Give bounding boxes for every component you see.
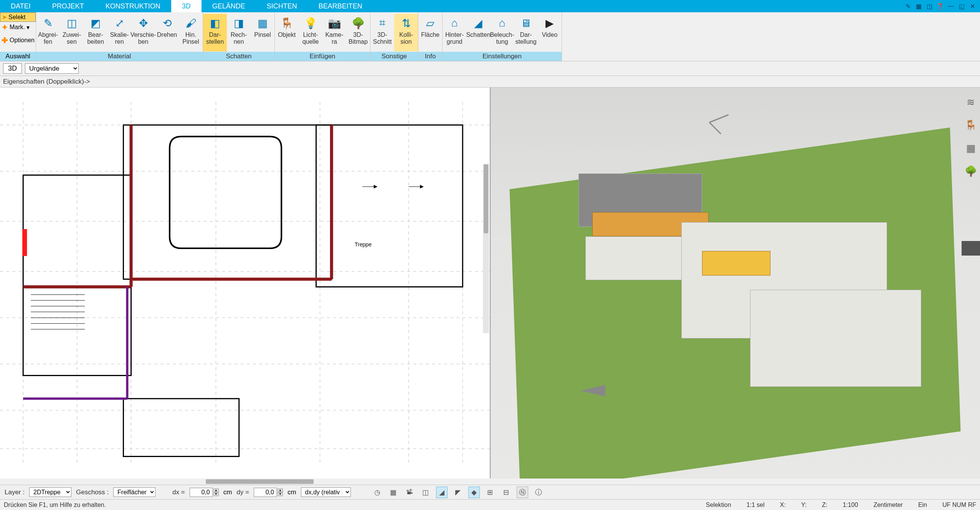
plan-drawing: Treppe bbox=[0, 87, 490, 479]
n-toggle[interactable]: Ⓝ bbox=[517, 487, 528, 498]
viewport-3d[interactable]: ≋ 🪑 ▦ 🌳 bbox=[491, 87, 980, 479]
bearbeiten-button[interactable]: ◩Bear- beiten bbox=[84, 14, 107, 51]
dx-unit: cm bbox=[223, 489, 232, 496]
tree-icon: 🌳 bbox=[350, 15, 366, 31]
hintergrund-button[interactable]: ⌂Hinter- grund bbox=[443, 14, 466, 51]
snap1-icon[interactable]: ◢ bbox=[436, 487, 448, 498]
furniture-icon[interactable]: 🪑 bbox=[964, 118, 978, 132]
video-button[interactable]: ▶Video bbox=[538, 14, 562, 51]
rotate-icon: ⟲ bbox=[159, 15, 175, 31]
horizontal-scrollbar[interactable] bbox=[0, 479, 490, 485]
options-button[interactable]: ✚ Optionen bbox=[0, 35, 36, 46]
grid2-icon[interactable]: ⊞ bbox=[484, 487, 496, 498]
menu-tab-gelaende[interactable]: GELÄNDE bbox=[202, 0, 256, 12]
kamera-button[interactable]: 📷Kame- ra bbox=[322, 14, 346, 51]
group-label-auswahl: Auswahl bbox=[0, 52, 36, 61]
camera2-icon[interactable]: 📽 bbox=[404, 487, 415, 498]
tree-tool-icon[interactable]: 🌳 bbox=[964, 164, 978, 178]
3d-schnitt-button[interactable]: ⌗3D- Schnitt bbox=[370, 14, 394, 51]
ribbon-group-einfuegen: 🪑Objekt 💡Licht- quelle 📷Kame- ra 🌳3D- Bi… bbox=[275, 12, 370, 61]
geschoss-select[interactable]: Freiflächen bbox=[113, 487, 155, 497]
palette-icon[interactable]: ▦ bbox=[964, 141, 978, 155]
render-icon: ◧ bbox=[207, 15, 223, 31]
brush2-icon: ▦ bbox=[255, 15, 270, 31]
layer-select[interactable]: 2DTreppe bbox=[29, 487, 71, 497]
flaeche-button[interactable]: ▱Fläche bbox=[418, 14, 442, 51]
dx-input[interactable] bbox=[190, 488, 213, 497]
info-icon[interactable]: ⓘ bbox=[533, 487, 544, 498]
coord-mode-select[interactable]: dx,dy (relativ ka bbox=[301, 487, 351, 497]
group-label-material: Material bbox=[36, 52, 203, 61]
objekt-button[interactable]: 🪑Objekt bbox=[275, 14, 299, 51]
clock-icon[interactable]: ◷ bbox=[372, 487, 383, 498]
light-icon: 💡 bbox=[303, 15, 318, 31]
rechnen-button[interactable]: ◨Rech- nen bbox=[227, 14, 251, 51]
status-unit: Zentimeter bbox=[873, 502, 902, 508]
beleuchtung-button[interactable]: ⌂Beleuch- tung bbox=[490, 14, 514, 51]
menu-tab-sichten[interactable]: SICHTEN bbox=[256, 0, 308, 12]
svg-line-38 bbox=[709, 122, 721, 134]
status-selection: Selektion bbox=[706, 502, 731, 508]
window-close-icon[interactable]: ✕ bbox=[968, 2, 977, 11]
group-label-einfuegen: Einfügen bbox=[275, 52, 370, 61]
dy-up[interactable]: ▲ bbox=[278, 489, 283, 492]
properties-hint[interactable]: Eigenschaften (Doppelklick)-> bbox=[0, 76, 980, 87]
vertical-scrollbar[interactable] bbox=[483, 164, 489, 333]
pinsel-button[interactable]: ▦Pinsel bbox=[251, 14, 274, 51]
kollision-button[interactable]: ⇅Kolli- sion bbox=[394, 14, 418, 51]
snap3-icon[interactable]: ◆ bbox=[468, 487, 480, 498]
select-button[interactable]: ➤ Selekt bbox=[0, 12, 36, 22]
dy-down[interactable]: ▼ bbox=[278, 492, 283, 496]
status-ratio: 1:1 sel bbox=[747, 502, 765, 508]
menu-tab-konstruktion[interactable]: KONSTRUKTION bbox=[95, 0, 171, 12]
help-icon[interactable]: ❓ bbox=[935, 2, 945, 11]
lichtquelle-button[interactable]: 💡Licht- quelle bbox=[299, 14, 322, 51]
tool-icon-1[interactable]: ✎ bbox=[903, 2, 912, 11]
zuweisen-button[interactable]: ◫Zuwei- sen bbox=[60, 14, 84, 51]
menu-tab-datei[interactable]: DATEI bbox=[0, 0, 41, 12]
camera-icon: 📷 bbox=[327, 15, 342, 31]
3d-bitmap-button[interactable]: 🌳3D- Bitmap bbox=[346, 14, 370, 51]
dy-input[interactable] bbox=[254, 488, 277, 497]
verschieben-button[interactable]: ✥Verschie- ben bbox=[131, 14, 155, 51]
window-restore-icon[interactable]: ◱ bbox=[957, 2, 966, 11]
brush-icon: 🖌 bbox=[183, 15, 198, 31]
grid1-icon[interactable]: ▦ bbox=[388, 487, 399, 498]
svg-rect-17 bbox=[316, 125, 463, 287]
mark-button[interactable]: ✦ Mark. ▾ bbox=[0, 22, 36, 33]
schatten-settings-button[interactable]: ◢Schatten bbox=[466, 14, 490, 51]
svg-rect-18 bbox=[123, 399, 239, 457]
section-icon: ⌗ bbox=[375, 15, 390, 31]
window-minimize-icon[interactable]: — bbox=[946, 2, 955, 11]
svg-marker-36 bbox=[420, 185, 423, 188]
calculate-icon: ◨ bbox=[231, 15, 246, 31]
move-icon: ✥ bbox=[136, 15, 151, 31]
group-label-sonstige: Sonstige bbox=[370, 52, 418, 61]
tool-icon-3[interactable]: ◳ bbox=[925, 2, 934, 11]
sub-toolbar: 3D Urgelände bbox=[0, 61, 980, 76]
viewport-2d-plan[interactable]: Treppe bbox=[0, 87, 491, 479]
abgreifen-button[interactable]: ✎Abgrei- fen bbox=[36, 14, 60, 51]
menu-tab-projekt[interactable]: PROJEKT bbox=[41, 0, 95, 12]
dx-down[interactable]: ▼ bbox=[213, 492, 219, 496]
drehen-button[interactable]: ⟲Drehen bbox=[155, 14, 179, 51]
panel-handle[interactable] bbox=[962, 241, 980, 256]
tool-icon-2[interactable]: ▦ bbox=[914, 2, 923, 11]
skalieren-button[interactable]: ⤢Skalie- ren bbox=[107, 14, 131, 51]
menu-tab-3d[interactable]: 3D bbox=[171, 0, 202, 12]
darstellen-button[interactable]: ◧Dar- stellen bbox=[203, 14, 227, 51]
menubar: DATEI PROJEKT KONSTRUKTION 3D GELÄNDE SI… bbox=[0, 0, 980, 12]
grid3-icon[interactable]: ⊟ bbox=[501, 487, 512, 498]
layers-icon[interactable]: ≋ bbox=[964, 95, 978, 109]
view-mode-badge[interactable]: 3D bbox=[3, 63, 22, 74]
menu-tab-bearbeiten[interactable]: BEARBEITEN bbox=[308, 0, 373, 12]
options-label: Optionen bbox=[10, 37, 35, 44]
snap2-icon[interactable]: ◤ bbox=[452, 487, 464, 498]
hin-pinsel-button[interactable]: 🖌Hin. Pinsel bbox=[179, 14, 203, 51]
layers2-icon[interactable]: ◫ bbox=[420, 487, 431, 498]
cursor-icon: ➤ bbox=[2, 13, 7, 21]
terrain-dropdown[interactable]: Urgelände bbox=[25, 63, 79, 74]
darstellung-button[interactable]: 🖥Dar- stellung bbox=[514, 14, 538, 51]
dx-up[interactable]: ▲ bbox=[213, 489, 219, 492]
group-label-schatten: Schatten bbox=[203, 52, 274, 61]
